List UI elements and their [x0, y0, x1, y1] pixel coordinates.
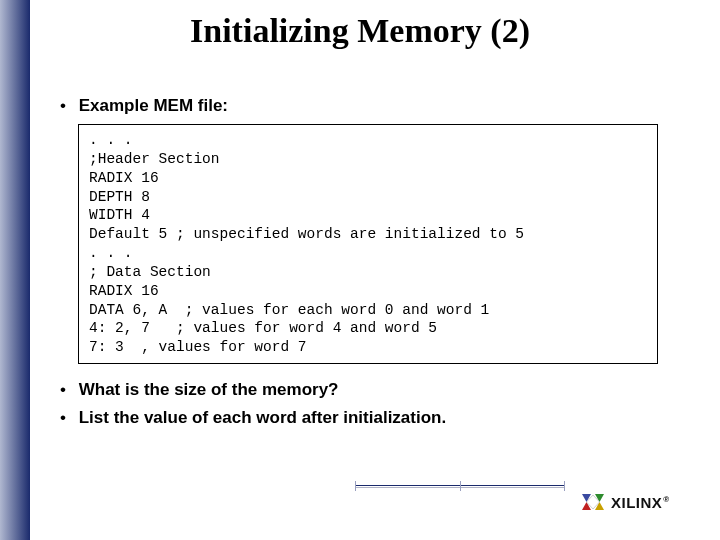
code-line: RADIX 16	[89, 283, 159, 299]
slide-title: Initializing Memory (2)	[0, 12, 720, 50]
code-line: ;Header Section	[89, 151, 220, 167]
xilinx-logo-icon	[580, 489, 606, 515]
bullet-dot-icon: •	[60, 380, 74, 400]
code-line: 4: 2, 7 ; values for word 4 and word 5	[89, 320, 437, 336]
xilinx-logo-text: XILINX®	[611, 494, 670, 511]
code-line: DATA 6, A ; values for each word 0 and w…	[89, 302, 489, 318]
code-line: 7: 3 , values for word 7	[89, 339, 307, 355]
bullet-example-text: Example MEM file:	[79, 96, 228, 115]
side-accent-bar	[0, 0, 30, 540]
code-line: . . .	[89, 132, 133, 148]
code-box: . . . ;Header Section RADIX 16 DEPTH 8 W…	[78, 124, 658, 364]
xilinx-logo: XILINX®	[580, 486, 690, 518]
footer-divider	[355, 478, 565, 498]
code-line: Default 5 ; unspecified words are initia…	[89, 226, 524, 242]
code-line: . . .	[89, 245, 133, 261]
bullet-dot-icon: •	[60, 408, 74, 428]
slide: Initializing Memory (2) • Example MEM fi…	[0, 0, 720, 540]
logo-text-label: XILINX	[611, 494, 662, 511]
code-line: RADIX 16	[89, 170, 159, 186]
bullet-question-2-text: List the value of each word after initia…	[79, 408, 446, 427]
bullet-question-1: • What is the size of the memory?	[60, 380, 680, 400]
code-line: WIDTH 4	[89, 207, 150, 223]
bullet-question-1-text: What is the size of the memory?	[79, 380, 339, 399]
slide-content: • Example MEM file: . . . ;Header Sectio…	[60, 90, 680, 436]
registered-icon: ®	[663, 495, 669, 504]
code-line: ; Data Section	[89, 264, 211, 280]
bullet-example: • Example MEM file:	[60, 96, 680, 116]
code-line: DEPTH 8	[89, 189, 150, 205]
bullet-dot-icon: •	[60, 96, 74, 116]
bullet-question-2: • List the value of each word after init…	[60, 408, 680, 428]
